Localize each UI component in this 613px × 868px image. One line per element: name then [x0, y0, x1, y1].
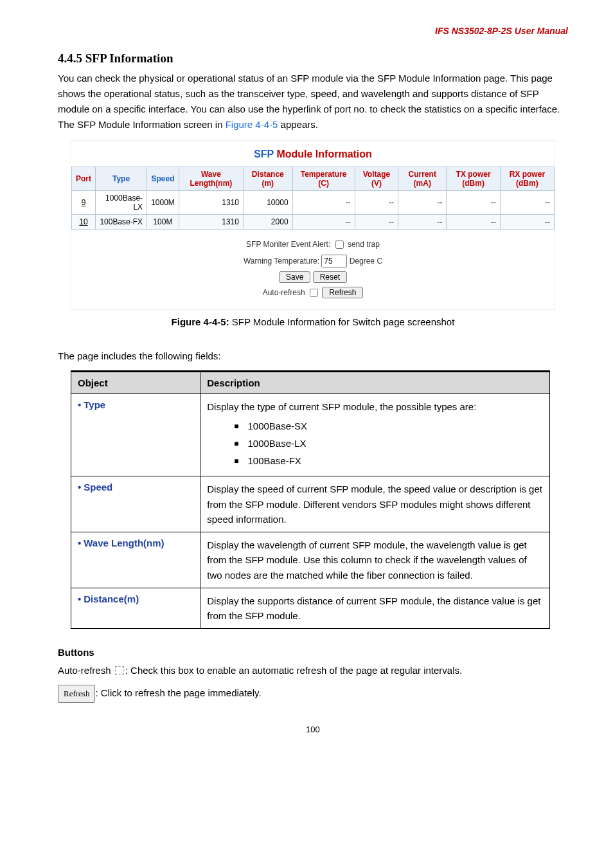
- section-title-text: SFP Information: [85, 51, 173, 65]
- desc-wave: Display the wavelength of current SFP mo…: [200, 532, 550, 588]
- fields-row: •Type Display the type of current SFP mo…: [71, 394, 550, 476]
- page-number: 100: [58, 725, 568, 734]
- cell-dist: 10000: [243, 191, 292, 215]
- intro-post: appears.: [278, 119, 318, 130]
- table-row: 10 100Base-FX 100M 1310 2000 -- -- -- --…: [72, 215, 555, 230]
- fields-head-object: Object: [71, 372, 200, 394]
- cell-type: 100Base-FX: [96, 215, 147, 230]
- section-heading: 4.4.5 SFP Information: [58, 51, 568, 66]
- list-item: 100Base-FX: [234, 453, 543, 468]
- section-number: 4.4.5: [58, 51, 82, 65]
- cell-volt: --: [355, 215, 398, 230]
- auto-refresh-help-post: : Check this box to enable an automatic …: [125, 665, 462, 676]
- cell-wave: 1310: [179, 191, 243, 215]
- panel-title: SFP Module Information: [71, 149, 555, 160]
- col-curr: Current (mA): [398, 167, 447, 191]
- cell-rxp: --: [500, 191, 554, 215]
- cell-temp: --: [292, 215, 355, 230]
- send-trap-checkbox[interactable]: [335, 240, 344, 249]
- fields-table: Object Description •Type Display the typ…: [71, 370, 550, 629]
- col-wave: Wave Length(nm): [179, 167, 243, 191]
- col-temp: Temperature (C): [292, 167, 355, 191]
- warning-temp-input[interactable]: [321, 255, 347, 267]
- list-item: 1000Base-SX: [234, 419, 543, 433]
- bullet-icon: •: [78, 399, 81, 410]
- degree-c-label: Degree C: [350, 257, 382, 266]
- cell-txp: --: [447, 215, 500, 230]
- cell-volt: --: [355, 191, 398, 215]
- auto-refresh-label: Auto-refresh: [263, 288, 305, 297]
- col-txp: TX power (dBm): [447, 167, 500, 191]
- desc-distance: Display the supports distance of current…: [200, 588, 550, 629]
- auto-refresh-help: Auto-refresh : Check this box to enable …: [58, 662, 568, 679]
- refresh-help: Refresh: Click to refresh the page immed…: [58, 684, 568, 702]
- sfp-module-panel: SFP Module Information Port Type Speed W…: [71, 140, 555, 310]
- checkbox-icon: [115, 666, 124, 675]
- bullet-icon: •: [78, 593, 81, 604]
- cell-wave: 1310: [179, 215, 243, 230]
- col-port: Port: [72, 167, 96, 191]
- obj-type: Type: [84, 399, 105, 410]
- refresh-button[interactable]: Refresh: [322, 287, 363, 298]
- panel-title-blue: SFP: [254, 149, 274, 159]
- cell-speed: 100M: [147, 215, 179, 230]
- send-trap-label: send trap: [348, 240, 380, 249]
- intro-paragraph: You can check the physical or operationa…: [58, 71, 568, 132]
- desc-speed: Display the speed of current SFP module,…: [200, 476, 550, 532]
- col-type: Type: [96, 167, 147, 191]
- panel-title-red: Module Information: [274, 149, 372, 159]
- reset-button[interactable]: Reset: [313, 271, 347, 283]
- port-link[interactable]: 9: [72, 191, 96, 215]
- figure-caption-label: Figure 4-4-5:: [172, 316, 229, 327]
- cell-speed: 1000M: [147, 191, 179, 215]
- save-button[interactable]: Save: [279, 271, 310, 283]
- cell-rxp: --: [500, 215, 554, 230]
- cell-curr: --: [398, 215, 447, 230]
- manual-header: IFS NS3502-8P-2S User Manual: [58, 26, 568, 36]
- alert-label: SFP Moniter Event Alert:: [246, 240, 330, 249]
- table-row: 9 1000Base-LX 1000M 1310 10000 -- -- -- …: [72, 191, 555, 215]
- figure-ref-link[interactable]: Figure 4-4-5: [226, 119, 278, 130]
- warning-temp-label: Warning Temperature:: [244, 257, 319, 266]
- auto-refresh-checkbox[interactable]: [310, 289, 318, 297]
- desc-type-main: Display the type of current SFP module, …: [207, 399, 543, 414]
- fields-row: •Speed Display the speed of current SFP …: [71, 476, 550, 532]
- col-speed: Speed: [147, 167, 179, 191]
- figure-caption: Figure 4-4-5: SFP Module Information for…: [58, 316, 568, 327]
- type-list: 1000Base-SX 1000Base-LX 100Base-FX: [207, 419, 543, 469]
- buttons-heading: Buttons: [58, 647, 568, 658]
- cell-type: 1000Base-LX: [96, 191, 147, 215]
- refresh-button-illustration: Refresh: [58, 685, 95, 702]
- port-link[interactable]: 10: [72, 215, 96, 230]
- obj-speed: Speed: [84, 482, 112, 493]
- fields-row: •Distance(m) Display the supports distan…: [71, 588, 550, 629]
- cell-txp: --: [447, 191, 500, 215]
- refresh-help-post: : Click to refresh the page immediately.: [95, 687, 261, 698]
- obj-distance: Distance(m): [84, 593, 139, 604]
- fields-intro: The page includes the following fields:: [58, 350, 568, 361]
- cell-curr: --: [398, 191, 447, 215]
- figure-caption-text: SFP Module Information for Switch page s…: [229, 316, 455, 327]
- cell-temp: --: [292, 191, 355, 215]
- col-volt: Voltage (V): [355, 167, 398, 191]
- bullet-icon: •: [78, 482, 81, 493]
- cell-dist: 2000: [243, 215, 292, 230]
- col-dist: Distance (m): [243, 167, 292, 191]
- panel-controls: SFP Moniter Event Alert: send trap Warni…: [71, 239, 555, 299]
- fields-row: •Wave Length(nm) Display the wavelength …: [71, 532, 550, 588]
- auto-refresh-help-pre: Auto-refresh: [58, 665, 114, 676]
- bullet-icon: •: [78, 538, 81, 548]
- sfp-table: Port Type Speed Wave Length(nm) Distance…: [71, 167, 555, 230]
- fields-head-desc: Description: [200, 372, 550, 394]
- col-rxp: RX power (dBm): [500, 167, 554, 191]
- list-item: 1000Base-LX: [234, 436, 543, 451]
- obj-wave: Wave Length(nm): [84, 538, 164, 548]
